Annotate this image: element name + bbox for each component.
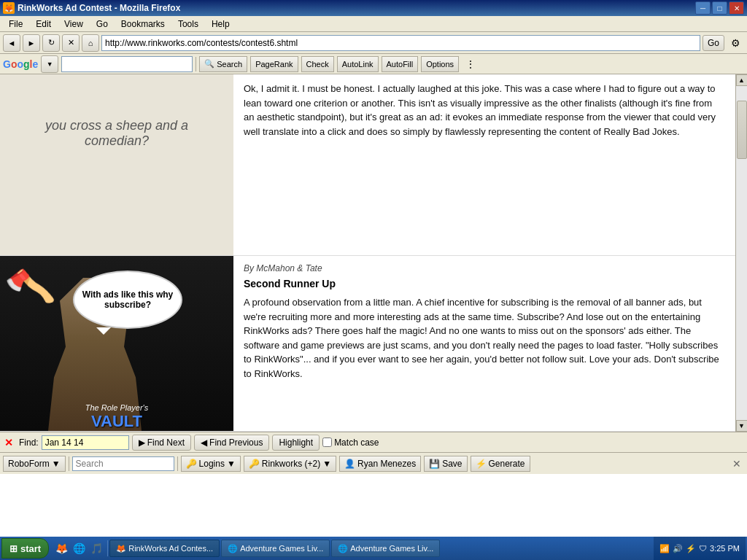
section-2-text: By McMahon & Tate Second Runner Up A pro…	[233, 256, 735, 431]
logins-icon: 🔑	[186, 459, 197, 469]
scroll-down-button[interactable]: ▼	[736, 420, 748, 432]
close-button[interactable]: ✕	[729, 1, 744, 15]
options-button[interactable]: Options	[421, 56, 459, 72]
windows-icon: ⊞	[9, 543, 18, 554]
taskbar-item-0[interactable]: 🦊 RinkWorks Ad Contes...	[109, 540, 220, 557]
taskbar-item-1[interactable]: 🌐 Adventure Games Liv...	[221, 540, 330, 557]
menu-bookmarks[interactable]: Bookmarks	[115, 18, 171, 31]
autofill-button[interactable]: AutoFill	[382, 56, 419, 72]
find-label: Find:	[19, 438, 39, 448]
quick-launch: 🦊 🌐 🎵	[50, 540, 108, 556]
ql-ie[interactable]: 🌐	[71, 540, 87, 556]
generate-icon: ⚡	[476, 459, 487, 469]
find-previous-button[interactable]: ◀ Find Previous	[194, 435, 269, 451]
find-next-button[interactable]: ▶ Find Next	[132, 435, 191, 451]
forward-button[interactable]: ►	[23, 34, 40, 52]
match-case-checkbox[interactable]	[322, 438, 332, 447]
rpvault-image: 🪓 With ads like this why subscribe? The …	[0, 256, 233, 431]
ad-image-top: you cross a sheep and a comedian?	[0, 74, 233, 255]
scroll-up-button[interactable]: ▲	[736, 74, 748, 86]
taskbar-item-2[interactable]: 🌐 Adventure Games Liv...	[331, 540, 440, 557]
page-content[interactable]: you cross a sheep and a comedian? Ok, I …	[0, 74, 735, 432]
home-button[interactable]: ⌂	[82, 34, 99, 52]
section-2: 🪓 With ads like this why subscribe? The …	[0, 256, 735, 432]
toolbar-handle[interactable]: ⋮	[462, 55, 479, 73]
section-1-text: Ok, I admit it. I must be honest. I actu…	[233, 74, 735, 255]
rinkworks-icon: 🔑	[249, 459, 260, 469]
taskbar-item-1-icon: 🌐	[228, 544, 238, 553]
find-next-icon: ▶	[139, 438, 145, 448]
scroll-thumb[interactable]	[737, 101, 747, 159]
menubar: File Edit View Go Bookmarks Tools Help	[0, 16, 747, 32]
menu-help[interactable]: Help	[206, 18, 236, 31]
titlebar-left: 🦊 RinkWorks Ad Contest - Mozilla Firefox	[3, 2, 180, 14]
generate-button[interactable]: ⚡ Generate	[471, 456, 530, 472]
ryan-icon: 👤	[344, 459, 355, 469]
roboform-search-input[interactable]	[72, 456, 174, 471]
titlebar: 🦊 RinkWorks Ad Contest - Mozilla Firefox…	[0, 0, 747, 16]
match-case-checkbox-label[interactable]: Match case	[322, 438, 379, 448]
findbar: ✕ Find: ▶ Find Next ◀ Find Previous High…	[0, 432, 747, 452]
google-search-button[interactable]: 🔍 Search	[199, 56, 247, 72]
roboform-close-button[interactable]: ✕	[729, 458, 744, 470]
save-icon: 💾	[429, 459, 440, 469]
nav-extra-icon[interactable]: ⚙	[727, 34, 744, 52]
autolink-button[interactable]: AutoLink	[337, 56, 379, 72]
google-search-input[interactable]	[61, 56, 193, 72]
menu-go[interactable]: Go	[90, 18, 114, 31]
titlebar-title: RinkWorks Ad Contest - Mozilla Firefox	[18, 3, 180, 13]
roboform-chevron: ▼	[52, 459, 61, 469]
taskbar-item-0-label: RinkWorks Ad Contes...	[128, 544, 213, 553]
systray-time: 3:25 PM	[710, 544, 740, 553]
google-toolbar: Google ▼ 🔍 Search PageRank Check AutoLin…	[0, 54, 747, 74]
firefox-icon: 🦊	[3, 2, 15, 14]
pagerank-button[interactable]: PageRank	[250, 56, 298, 72]
section-1: you cross a sheep and a comedian? Ok, I …	[0, 74, 735, 256]
taskbar-item-0-icon: 🦊	[116, 544, 126, 553]
systray: 📶 🔊 ⚡ 🛡 3:25 PM	[654, 537, 746, 560]
address-bar[interactable]	[101, 35, 700, 51]
scrollbar[interactable]: ▲ ▼	[735, 74, 747, 432]
back-button[interactable]: ◄	[3, 34, 20, 52]
taskbar-items: 🦊 RinkWorks Ad Contes... 🌐 Adventure Gam…	[109, 540, 652, 557]
vault-label: The Role Player's VAULT	[0, 403, 233, 431]
systray-icon-1: 📶	[659, 544, 670, 553]
taskbar-item-1-label: Adventure Games Liv...	[240, 544, 323, 553]
start-button[interactable]: ⊞ start	[1, 538, 49, 559]
save-button[interactable]: 💾 Save	[424, 456, 467, 472]
menu-edit[interactable]: Edit	[30, 18, 57, 31]
find-close-button[interactable]: ✕	[4, 437, 13, 448]
taskbar-item-2-icon: 🌐	[338, 544, 348, 553]
systray-icon-2: 🔊	[673, 544, 683, 553]
systray-icon-3: ⚡	[686, 544, 696, 553]
navbar: ◄ ► ↻ ✕ ⌂ Go ⚙	[0, 32, 747, 54]
speech-bubble: With ads like this why subscribe?	[73, 271, 182, 329]
menu-tools[interactable]: Tools	[172, 18, 204, 31]
taskbar-item-2-label: Adventure Games Liv...	[350, 544, 433, 553]
google-dropdown[interactable]: ▼	[41, 55, 58, 73]
google-logo: Google	[3, 58, 38, 70]
check-button[interactable]: Check	[301, 56, 334, 72]
ql-winmedia[interactable]: 🎵	[88, 540, 104, 556]
menu-file[interactable]: File	[3, 18, 28, 31]
titlebar-buttons: ─ □ ✕	[695, 1, 744, 15]
logins-button[interactable]: 🔑 Logins ▼	[181, 456, 241, 472]
find-input[interactable]	[42, 435, 129, 450]
go-button[interactable]: Go	[703, 35, 724, 51]
taskbar: ⊞ start 🦊 🌐 🎵 🦊 RinkWorks Ad Contes... 🌐…	[0, 537, 747, 560]
ql-firefox[interactable]: 🦊	[53, 540, 69, 556]
find-prev-icon: ◀	[201, 438, 207, 448]
roboform-dropdown[interactable]: RoboForm ▼	[3, 456, 66, 472]
highlight-button[interactable]: Highlight	[272, 435, 320, 451]
minimize-button[interactable]: ─	[695, 1, 711, 15]
ryan-button[interactable]: 👤 Ryan Menezes	[339, 456, 421, 472]
rinkworks-button[interactable]: 🔑 Rinkworks (+2) ▼	[244, 456, 336, 472]
menu-view[interactable]: View	[58, 18, 89, 31]
stop-button[interactable]: ✕	[62, 34, 80, 52]
reload-button[interactable]: ↻	[42, 34, 60, 52]
search-icon: 🔍	[204, 59, 214, 69]
scroll-track[interactable]	[736, 86, 748, 420]
maximize-button[interactable]: □	[712, 1, 727, 15]
roboform-toolbar: RoboForm ▼ 🔑 Logins ▼ 🔑 Rinkworks (+2) ▼…	[0, 452, 747, 474]
main-content-wrapper: you cross a sheep and a comedian? Ok, I …	[0, 74, 747, 432]
